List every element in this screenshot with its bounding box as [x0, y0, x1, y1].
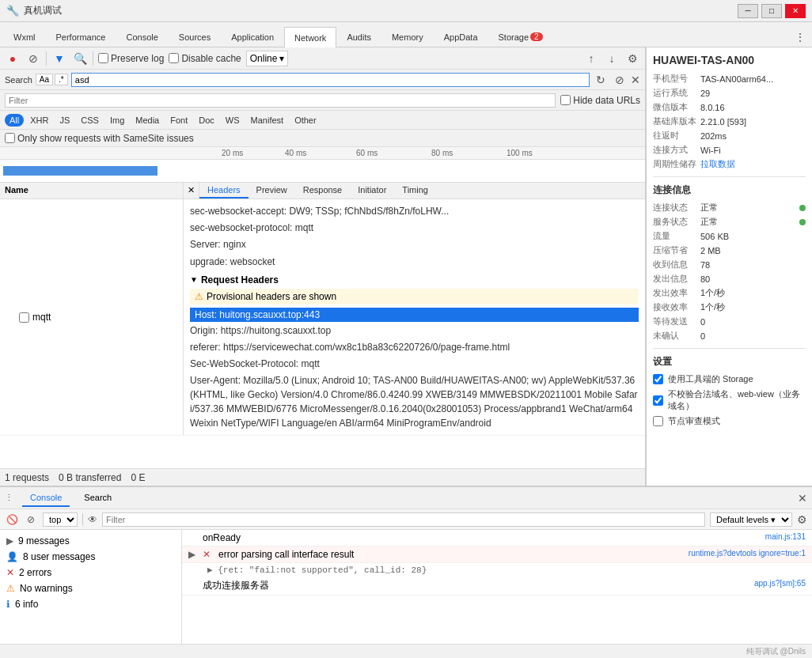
tab-performance[interactable]: Performance [46, 26, 116, 47]
response-tab[interactable]: Response [295, 183, 351, 199]
samesite-checkbox[interactable] [5, 133, 15, 143]
close-detail-button[interactable]: ✕ [184, 183, 199, 199]
headers-tab[interactable]: Headers [199, 183, 249, 199]
tab-network[interactable]: Network [284, 27, 336, 47]
eye-icon[interactable]: 👁 [88, 514, 97, 525]
storage-setting-label: 使用工具端的 Storage [668, 373, 753, 385]
conn-status-dot [799, 205, 806, 211]
stop-messages-button[interactable]: ⊘ [24, 512, 38, 527]
requests-list[interactable]: Name ✕ Headers Preview Response Initiato… [0, 183, 645, 468]
hide-data-urls-label[interactable]: Hide data URLs [560, 95, 640, 106]
all-messages-item[interactable]: ▶ 9 messages [0, 533, 181, 549]
type-btn-img[interactable]: Img [105, 114, 129, 127]
user-messages-item[interactable]: 👤 8 user messages [0, 549, 181, 565]
error-msg-source[interactable]: runtime.js?devtools ignore=true:1 [689, 549, 806, 558]
type-btn-all[interactable]: All [5, 114, 24, 127]
domain-setting-checkbox[interactable] [653, 395, 663, 406]
tab-sources[interactable]: Sources [169, 26, 221, 47]
storage-setting-checkbox[interactable] [653, 374, 663, 384]
export-button[interactable]: ↓ [604, 51, 620, 66]
tab-audits[interactable]: Audits [336, 26, 381, 47]
error-circle-icon: ✕ [203, 549, 214, 560]
tab-console[interactable]: Console [116, 26, 168, 47]
context-select[interactable]: top [43, 512, 78, 527]
warnings-item[interactable]: ⚠ No warnings [0, 580, 181, 596]
search-input[interactable] [71, 73, 590, 87]
maximize-button[interactable]: □ [761, 4, 782, 18]
request-name-cell[interactable]: mqtt [0, 199, 184, 435]
disable-cache-label[interactable]: Disable cache [169, 53, 241, 64]
connected-msg-source[interactable]: app.js?[sm]:65 [754, 579, 806, 588]
recv-rate-row: 接收效率 1个/秒 [653, 301, 806, 313]
preview-tab[interactable]: Preview [249, 183, 295, 199]
traffic-label: 流量 [653, 230, 700, 242]
type-btn-css[interactable]: CSS [76, 114, 104, 127]
close-console-button[interactable]: ✕ [798, 492, 807, 505]
request-checkbox[interactable] [19, 312, 29, 323]
request-headers-section[interactable]: ▼ Request Headers [190, 274, 639, 286]
audit-setting-row[interactable]: 节点审查模式 [653, 415, 806, 427]
more-tabs-button[interactable]: ⋮ [788, 28, 812, 47]
type-btn-font[interactable]: Font [165, 114, 192, 127]
host-header-row[interactable]: Host: huitong.scauxxt.top:443 [190, 308, 639, 322]
initiator-tab[interactable]: Initiator [350, 183, 394, 199]
console-menu-button[interactable]: ⋮ [5, 493, 16, 503]
regex-button[interactable]: .* [55, 74, 68, 85]
throttle-select[interactable]: Online ▾ [246, 51, 289, 66]
tab-application[interactable]: Application [221, 26, 284, 47]
type-btn-xhr[interactable]: XHR [25, 114, 53, 127]
type-btn-ws[interactable]: WS [221, 114, 245, 127]
errors-item[interactable]: ✕ 2 errors [0, 565, 181, 580]
timing-tab[interactable]: Timing [394, 183, 436, 199]
compression-row: 压缩节省 2 MB [653, 244, 806, 256]
info-item[interactable]: ℹ 6 info [0, 596, 181, 612]
type-btn-js[interactable]: JS [55, 114, 74, 127]
network-settings-button[interactable]: ⚙ [624, 51, 640, 66]
console-filter-input[interactable] [102, 512, 705, 527]
audit-setting-label: 节点审查模式 [668, 415, 720, 427]
type-btn-media[interactable]: Media [131, 114, 164, 127]
periodic-storage-value[interactable]: 拉取数据 [700, 158, 806, 170]
type-btn-doc[interactable]: Doc [194, 114, 219, 127]
record-button[interactable]: ● [5, 51, 21, 66]
console-tab-search[interactable]: Search [76, 490, 120, 507]
domain-setting-row[interactable]: 不校验合法域名、web-view（业务域名） [653, 388, 806, 412]
tab-storage[interactable]: Storage 2 [488, 26, 553, 47]
info-icon: ℹ [6, 599, 10, 610]
preserve-log-label[interactable]: Preserve log [98, 53, 164, 64]
type-btn-manifest[interactable]: Manifest [246, 114, 289, 127]
audit-setting-checkbox[interactable] [653, 416, 663, 426]
storage-setting-row[interactable]: 使用工具端的 Storage [653, 373, 806, 385]
service-status-dot [799, 219, 806, 225]
filter-button[interactable]: ▼ [51, 51, 67, 66]
close-button[interactable]: ✕ [785, 4, 806, 18]
hide-data-urls-checkbox[interactable] [560, 95, 571, 105]
clear-search-button[interactable]: ⊘ [612, 72, 628, 88]
tab-appdata[interactable]: AppData [434, 26, 488, 47]
case-sensitive-button[interactable]: Aa [36, 74, 53, 85]
clear-console-button[interactable]: 🚫 [5, 512, 19, 527]
close-search-button[interactable]: ✕ [631, 74, 640, 86]
import-button[interactable]: ↑ [583, 51, 599, 66]
minimize-button[interactable]: ─ [738, 4, 758, 18]
console-tab-console[interactable]: Console [22, 490, 70, 507]
level-select[interactable]: Default levels ▾ [710, 512, 792, 527]
disable-cache-checkbox[interactable] [169, 53, 179, 63]
filter-input[interactable] [5, 93, 556, 108]
separator-1 [653, 176, 806, 177]
search-network-button[interactable]: 🔍 [72, 51, 88, 66]
refresh-search-button[interactable]: ↻ [593, 72, 609, 88]
tab-wxml[interactable]: Wxml [3, 26, 46, 47]
stop-button[interactable]: ⊘ [25, 51, 41, 66]
pending-value: 0 [700, 317, 806, 327]
console-settings-button[interactable]: ⚙ [797, 513, 807, 526]
unconfirmed-value: 0 [700, 331, 806, 341]
type-btn-other[interactable]: Other [290, 114, 321, 127]
preserve-log-checkbox[interactable] [98, 53, 108, 63]
console-body: ▶ 9 messages 👤 8 user messages ✕ 2 error… [0, 530, 812, 644]
samesite-label[interactable]: Only show requests with SameSite issues [5, 133, 194, 144]
tab-memory[interactable]: Memory [381, 26, 434, 47]
all-messages-label: 9 messages [18, 535, 70, 546]
table-row[interactable]: mqtt sec-websocket-accept: DW9; TSSp; fC… [0, 199, 645, 436]
msg-source[interactable]: main.js:131 [765, 532, 806, 541]
